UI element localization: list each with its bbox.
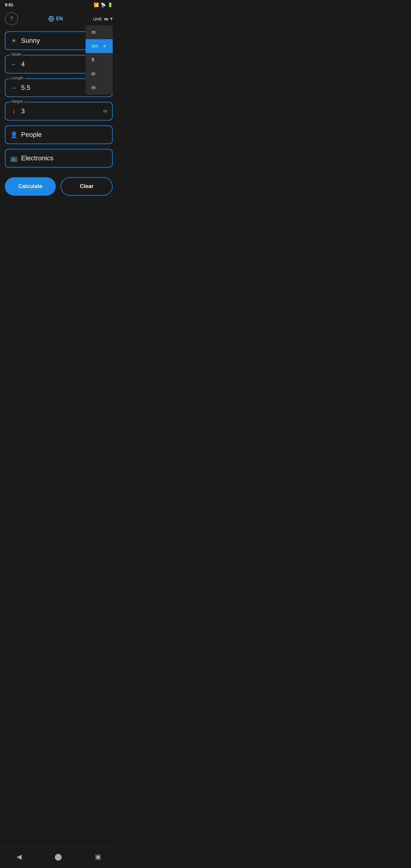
dropdown-item-ft[interactable]: ft (86, 53, 113, 67)
signal-icon: 📡 (101, 2, 106, 7)
height-icon: ↕ (10, 108, 18, 115)
language-label: EN (56, 16, 63, 22)
dropdown-label-in: in (92, 71, 95, 76)
people-field[interactable]: 👤 People (5, 125, 113, 144)
dropdown-item-m2[interactable]: m (86, 81, 113, 95)
calculate-button[interactable]: Calculate (5, 177, 56, 195)
status-icons: 📶 📡 🔋 (94, 2, 113, 7)
electronics-value: Electronics (21, 154, 107, 162)
battery-icon: 🔋 (107, 2, 113, 7)
units-section: Unit: m ▾ (93, 16, 113, 22)
recent-button[interactable]: ▣ (88, 850, 108, 863)
status-time: 9:01 (5, 2, 13, 7)
help-button[interactable]: ? (5, 12, 18, 25)
home-icon: ⬤ (55, 853, 62, 861)
back-icon: ◀ (17, 853, 22, 861)
length-label: Length (10, 76, 25, 80)
people-value: People (21, 131, 107, 138)
bottom-buttons: Calculate Clear (0, 173, 118, 200)
wifi-icon: 📶 (94, 2, 99, 7)
length-icon: → (10, 84, 18, 91)
people-icon: 👤 (10, 131, 18, 138)
electronics-icon: 📺 (10, 155, 18, 162)
width-icon: ← (10, 61, 18, 68)
electronics-field[interactable]: 📺 Electronics (5, 149, 113, 167)
top-bar: ? EN Unit: m ▾ m cm ✔ ft in m (0, 10, 118, 29)
height-field[interactable]: Height ↕ 3 m (5, 102, 113, 121)
help-icon: ? (10, 16, 13, 22)
dropdown-label-cm: cm (92, 43, 98, 49)
dropdown-label-ft: ft (92, 57, 94, 63)
check-icon: ✔ (103, 44, 107, 49)
dropdown-item-in[interactable]: in (86, 67, 113, 81)
units-label: Unit: (93, 16, 102, 22)
dropdown-arrow-icon[interactable]: ▾ (110, 16, 113, 22)
height-unit: m (103, 108, 107, 114)
nav-bar: ◀ ⬤ ▣ (0, 846, 118, 868)
globe-icon (48, 16, 54, 22)
status-bar: 9:01 📶 📡 🔋 (0, 0, 118, 10)
dropdown-label-m1: m (92, 30, 96, 35)
dropdown-item-m1[interactable]: m (86, 25, 113, 39)
dropdown-item-cm[interactable]: cm ✔ (86, 39, 113, 53)
height-value: 3 (21, 107, 100, 115)
language-button[interactable]: EN (48, 16, 63, 22)
width-label: Width (10, 52, 23, 57)
dropdown-label-m2: m (92, 85, 96, 90)
height-label: Height (10, 99, 24, 104)
home-button[interactable]: ⬤ (47, 850, 69, 863)
recent-icon: ▣ (95, 853, 101, 861)
back-button[interactable]: ◀ (9, 850, 29, 863)
sun-icon: ☀ (10, 37, 18, 44)
unit-value: m (104, 16, 108, 22)
clear-button[interactable]: Clear (61, 177, 113, 195)
units-dropdown: m cm ✔ ft in m (86, 25, 113, 95)
